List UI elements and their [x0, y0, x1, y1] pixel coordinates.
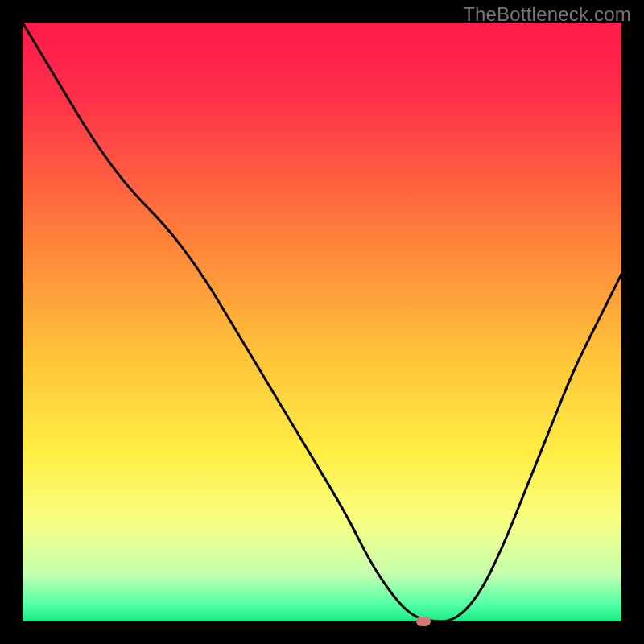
- optimal-point-marker: [416, 617, 431, 626]
- bottleneck-plot: [23, 23, 621, 621]
- heat-gradient-background: [23, 23, 621, 621]
- chart-frame: TheBottleneck.com: [0, 0, 644, 644]
